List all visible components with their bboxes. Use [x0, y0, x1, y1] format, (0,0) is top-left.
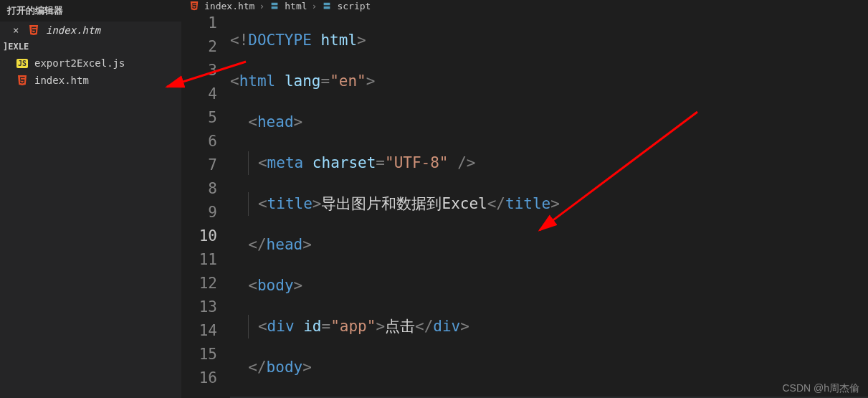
breadcrumb[interactable]: index.htm › html › script	[181, 0, 868, 11]
file-label: index.htm	[34, 75, 89, 86]
chevron-right-icon: ›	[259, 1, 264, 11]
breadcrumb-item[interactable]: script	[337, 1, 371, 11]
html5-icon	[16, 75, 29, 86]
breadcrumb-item[interactable]: html	[285, 1, 307, 11]
explorer-file-js[interactable]: JS export2Excel.js	[0, 55, 181, 72]
html5-icon	[189, 0, 200, 11]
watermark: CSDN @h周杰偷	[782, 382, 859, 395]
close-icon[interactable]: ×	[13, 24, 22, 36]
chevron-right-icon: ›	[312, 1, 318, 11]
breadcrumb-item[interactable]: index.htm	[204, 1, 254, 11]
line-gutter: 1 2 3 4 5 6 7 8 9 10 11 12 13 14 15 16	[181, 11, 230, 398]
explorer-file-htm[interactable]: index.htm	[0, 72, 181, 89]
open-editor-file[interactable]: × index.htm	[0, 22, 181, 39]
open-editor-label: index.htm	[46, 24, 100, 36]
workspace-header[interactable]: ]EXLE	[0, 39, 181, 55]
file-label: export2Excel.js	[34, 57, 125, 69]
sidebar: 打开的编辑器 × index.htm ]EXLE JS export2Excel…	[0, 0, 181, 398]
js-icon: JS	[16, 59, 29, 68]
open-editors-header[interactable]: 打开的编辑器	[0, 0, 181, 22]
editor-main: index.htm › html › script 1 2 3 4 5 6 7 …	[181, 0, 868, 398]
code-editor[interactable]: 1 2 3 4 5 6 7 8 9 10 11 12 13 14 15 16 <…	[181, 11, 868, 398]
code-content[interactable]: <!DOCTYPE html> <html lang="en"> <head> …	[230, 11, 868, 398]
block-icon	[321, 0, 333, 11]
html5-icon	[27, 24, 40, 36]
block-icon	[269, 0, 280, 11]
